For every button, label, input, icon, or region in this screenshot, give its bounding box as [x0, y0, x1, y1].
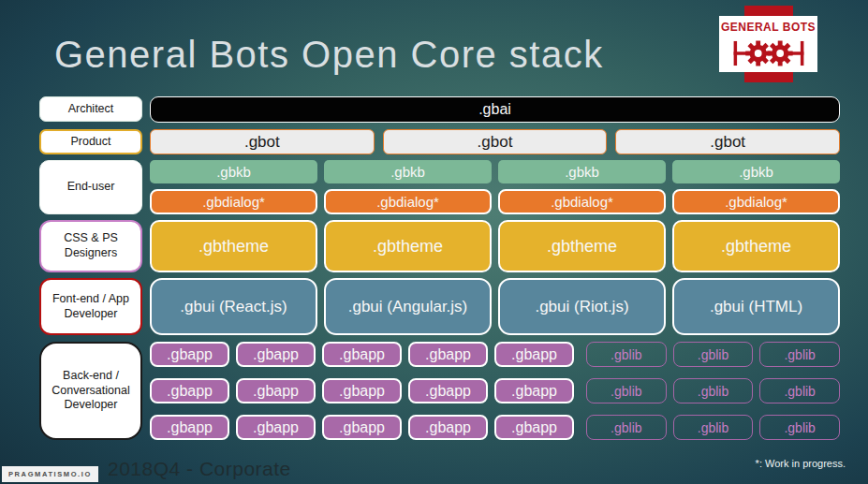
gbapp-box: .gbapp — [408, 378, 488, 403]
general-bots-logo: GENERAL BOTS — [719, 16, 817, 72]
gbkb-box: .gbkb — [150, 160, 317, 183]
gbapp-box: .gbapp — [408, 415, 488, 440]
gbui-row: .gbui (React.js) .gbui (Angular.js) .gbu… — [150, 278, 840, 335]
gbkb-box: .gbkb — [672, 160, 840, 183]
gbui-html-box: .gbui (HTML) — [672, 278, 840, 335]
gbapp-box: .gbapp — [150, 342, 229, 367]
role-label-frontend-app-developer: Font-end / App Developer — [39, 278, 142, 335]
gbapp-box: .gbapp — [494, 415, 574, 440]
gbtheme-box: .gbtheme — [672, 220, 840, 272]
gbui-riot-box: .gbui (Riot.js) — [498, 278, 666, 335]
slide-title: General Bots Open Core stack — [54, 34, 604, 76]
pragmatismo-brand-chip: PRAGMATISMO.IO — [2, 466, 98, 482]
gbapp-gblib-row-1: .gbapp .gbapp .gbapp .gbapp .gbapp .gbli… — [150, 342, 840, 367]
gbai-box: .gbai — [150, 96, 840, 123]
role-label-css-ps-designers: CSS & PS Designers — [39, 220, 142, 272]
gbapp-box: .gbapp — [236, 415, 316, 440]
work-in-progress-footnote: *: Work in progress. — [756, 458, 846, 469]
role-label-product: Product — [39, 129, 142, 154]
gbui-react-box: .gbui (React.js) — [150, 278, 317, 335]
gblib-box: .gblib — [673, 415, 754, 440]
gblib-group: .gblib .gblib .gblib — [586, 378, 840, 403]
gblib-box: .gblib — [586, 378, 667, 403]
gbapp-gblib-row-3: .gbapp .gbapp .gbapp .gbapp .gbapp .gbli… — [150, 415, 840, 440]
gblib-box: .gblib — [673, 342, 754, 367]
edition-label: 2018Q4 - Corporate — [108, 458, 291, 480]
gbdialog-box: .gbdialog* — [324, 189, 492, 214]
gbkb-row: .gbkb .gbkb .gbkb .gbkb — [150, 160, 840, 183]
gbai-row: .gbai — [150, 96, 840, 123]
gblib-box: .gblib — [673, 378, 754, 403]
gbapp-box: .gbapp — [150, 415, 229, 440]
gbdialog-row: .gbdialog* .gbdialog* .gbdialog* .gbdial… — [150, 189, 840, 214]
role-label-backend-conversational-developer: Back-end / Conversational Developer — [39, 342, 142, 440]
gblib-group: .gblib .gblib .gblib — [586, 342, 840, 367]
slide-canvas: GENERAL BOTS — [0, 0, 868, 484]
role-label-end-user: End-user — [39, 160, 142, 214]
gbapp-box: .gbapp — [322, 415, 402, 440]
role-label-architect: Architect — [39, 96, 142, 122]
gblib-box: .gblib — [586, 415, 667, 440]
gbapp-gblib-row-2: .gbapp .gbapp .gbapp .gbapp .gbapp .gbli… — [150, 378, 840, 403]
gbdialog-box: .gbdialog* — [498, 189, 666, 214]
gbapp-box: .gbapp — [494, 378, 574, 403]
gbkb-box: .gbkb — [498, 160, 666, 183]
gbkb-box: .gbkb — [324, 160, 492, 183]
gblib-group: .gblib .gblib .gblib — [586, 415, 840, 440]
gbapp-group: .gbapp .gbapp .gbapp .gbapp .gbapp — [150, 342, 574, 367]
gbot-box: .gbot — [383, 129, 608, 154]
gbtheme-box: .gbtheme — [498, 220, 666, 272]
gbot-box: .gbot — [150, 129, 375, 154]
gbot-row: .gbot .gbot .gbot — [150, 129, 840, 154]
gbdialog-box: .gbdialog* — [150, 189, 317, 214]
gears-icon — [722, 35, 816, 72]
gbdialog-box: .gbdialog* — [672, 189, 840, 214]
gblib-box: .gblib — [759, 342, 840, 367]
gblib-box: .gblib — [759, 415, 840, 440]
logo-wordmark: GENERAL BOTS — [721, 21, 816, 34]
gbapp-box: .gbapp — [322, 378, 402, 403]
gblib-box: .gblib — [759, 378, 840, 403]
gbapp-box: .gbapp — [494, 342, 574, 367]
gbapp-box: .gbapp — [150, 378, 229, 403]
gblib-box: .gblib — [586, 342, 667, 367]
gbtheme-box: .gbtheme — [150, 220, 317, 272]
gbapp-box: .gbapp — [236, 378, 316, 403]
gbot-box: .gbot — [615, 129, 840, 154]
gbapp-box: .gbapp — [236, 342, 316, 367]
gbapp-group: .gbapp .gbapp .gbapp .gbapp .gbapp — [150, 415, 574, 440]
gbapp-group: .gbapp .gbapp .gbapp .gbapp .gbapp — [150, 378, 574, 403]
gbtheme-box: .gbtheme — [324, 220, 492, 272]
gbapp-box: .gbapp — [322, 342, 402, 367]
gbui-angular-box: .gbui (Angular.js) — [324, 278, 492, 335]
gbtheme-row: .gbtheme .gbtheme .gbtheme .gbtheme — [150, 220, 840, 272]
gbapp-box: .gbapp — [408, 342, 488, 367]
